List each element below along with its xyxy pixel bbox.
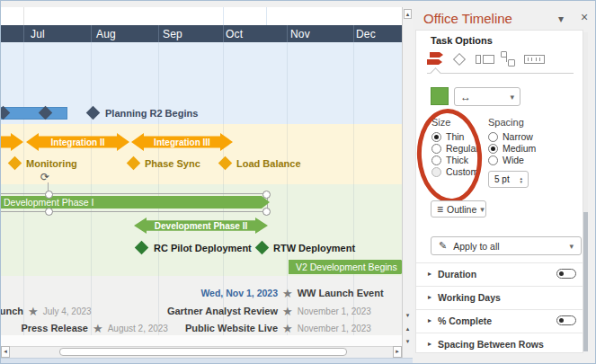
section-spacing-between-rows[interactable]: ▸ Spacing Between Rows	[428, 333, 576, 355]
development-phase-1-bar[interactable]: Development Phase I	[1, 196, 270, 209]
month-label: Oct	[226, 28, 243, 40]
tab-task-bar[interactable]	[474, 54, 495, 65]
duration-toggle[interactable]	[556, 269, 576, 279]
timescale-icon	[524, 55, 545, 64]
month-label: Dec	[356, 28, 376, 40]
panel-collapse-icon[interactable]: ▾	[558, 13, 564, 24]
phase-label: Integration II	[51, 138, 105, 147]
outline-button[interactable]: ≡ Outline ▾	[431, 200, 486, 218]
diamond-icon	[453, 53, 466, 66]
up-arrow-icon: ▴	[406, 11, 410, 17]
section-duration[interactable]: ▸ Duration	[428, 262, 576, 285]
horizontal-scroll-thumb[interactable]	[59, 348, 347, 356]
section-percent-complete[interactable]: ▸ % Complete	[428, 309, 576, 332]
scroll-right-button[interactable]: ▸	[393, 346, 402, 358]
section-label: % Complete	[438, 315, 492, 326]
selection-handle[interactable]	[45, 191, 53, 199]
selection-handle[interactable]	[45, 208, 53, 216]
event-row: Public Website Live ★ November 1, 2023	[55, 321, 371, 335]
vertical-scrollbar[interactable]	[402, 7, 413, 358]
application-window: Jul Aug Sep Oct Nov Dec Planning R2 Begi…	[0, 0, 596, 364]
radio-spacing-medium[interactable]: Medium	[488, 143, 536, 154]
integration-band	[1, 124, 402, 184]
task-options-card: Task Options	[415, 30, 583, 353]
star-icon[interactable]: ★	[282, 323, 293, 334]
chevron-down-icon: ▾	[569, 242, 574, 251]
month-separator	[353, 25, 354, 42]
star-icon[interactable]: ★	[282, 288, 293, 299]
radio-spacing-narrow[interactable]: Narrow	[488, 131, 533, 142]
chevron-down-icon: ▾	[480, 205, 485, 214]
chevron-down-icon: ▾	[510, 93, 514, 102]
panel-title: Office Timeline	[423, 11, 512, 26]
task-bar-icon	[483, 55, 494, 64]
spinner-value: 5 pt	[494, 174, 510, 184]
double-down-icon: ▾	[406, 338, 410, 344]
scroll-down-button[interactable]: ▾	[404, 311, 412, 321]
radio-label: Medium	[503, 143, 536, 154]
selection-handle[interactable]	[262, 191, 271, 199]
spacing-value-spinner[interactable]: 5 pt ▴ ▾	[488, 171, 529, 188]
radio-button[interactable]	[488, 155, 498, 165]
radio-spacing-wide[interactable]: Wide	[488, 155, 524, 165]
section-label: Working Days	[438, 292, 501, 303]
month-separator	[91, 25, 92, 42]
star-icon[interactable]: ★	[282, 306, 293, 317]
scroll-up-button[interactable]: ▴	[404, 9, 412, 19]
radio-button[interactable]	[488, 132, 498, 142]
tab-timescale[interactable]	[523, 54, 545, 64]
section-working-days[interactable]: ▸ Working Days	[428, 286, 576, 308]
milestone-label: Load Balance	[236, 158, 301, 169]
selection-handle[interactable]	[262, 208, 271, 216]
panel-scroll-thumb[interactable]	[583, 212, 588, 351]
v2-development-arrow[interactable]: V2 Development Begins	[289, 260, 409, 274]
selected-tab-notch	[430, 67, 441, 79]
panel-close-icon[interactable]: ×	[581, 12, 588, 22]
phase-label: Integration III	[154, 138, 210, 147]
phase-label: Development Phase II	[155, 221, 247, 231]
timescale-month-bar[interactable]	[1, 25, 402, 42]
milestone-label: Phase Sync	[145, 158, 200, 169]
planning-task-bar[interactable]	[1, 107, 67, 120]
outline-label: Outline	[447, 204, 476, 215]
event-label: Gartner Analyst Review	[55, 306, 278, 316]
updown-arrow-icon: ↔	[460, 91, 471, 103]
next-slide-button[interactable]: ▾	[404, 337, 412, 347]
apply-to-all-dropdown[interactable]: ✎ Apply to all ▾	[431, 236, 582, 255]
tab-milestone-shape[interactable]	[452, 52, 467, 67]
milestone-label: RC Pilot Deployment	[154, 243, 252, 253]
event-row: Gartner Analyst Review ★ November 1, 202…	[55, 304, 371, 318]
fill-color-swatch[interactable]	[431, 87, 449, 105]
section-label: Duration	[438, 269, 476, 280]
star-icon[interactable]: ★	[28, 306, 39, 317]
month-label: Aug	[96, 28, 116, 40]
spin-down-icon[interactable]: ▾	[520, 180, 522, 183]
quarter-gridline	[266, 7, 267, 25]
left-arrow-icon: ◂	[4, 348, 7, 354]
task-shape-icon	[427, 59, 442, 65]
section-label: Spacing Between Rows	[438, 339, 544, 350]
prev-slide-button[interactable]: ▴	[404, 324, 412, 334]
scroll-left-button[interactable]: ◂	[1, 346, 10, 358]
tab-shape-group[interactable]	[501, 51, 517, 67]
hamburger-icon: ≡	[437, 203, 443, 216]
event-label: unch	[1, 306, 23, 316]
percent-complete-toggle[interactable]	[556, 315, 576, 325]
tab-divider	[427, 73, 574, 74]
panel-scrollbar[interactable]	[583, 32, 588, 351]
event-label: WW Launch Event	[298, 288, 384, 298]
spacing-group-label: Spacing	[488, 117, 524, 128]
shape-style-dropdown[interactable]: ↔ ▾	[454, 87, 520, 106]
tab-task-shape[interactable]	[427, 51, 445, 66]
milestone-label: Planning R2 Begins	[105, 108, 198, 119]
milestone-label: Monitoring	[26, 158, 77, 169]
event-label: Public Website Live	[55, 323, 278, 333]
office-timeline-panel: Office Timeline ▾ × Task Options	[413, 1, 596, 364]
month-separator	[158, 25, 159, 42]
expand-caret-icon: ▸	[428, 270, 431, 278]
radio-button[interactable]	[488, 144, 498, 154]
quarter-gridline	[223, 7, 224, 25]
slide-top-margin	[1, 7, 402, 25]
rotate-handle-icon[interactable]: ⟳	[40, 171, 49, 183]
brush-icon: ✎	[439, 240, 447, 252]
